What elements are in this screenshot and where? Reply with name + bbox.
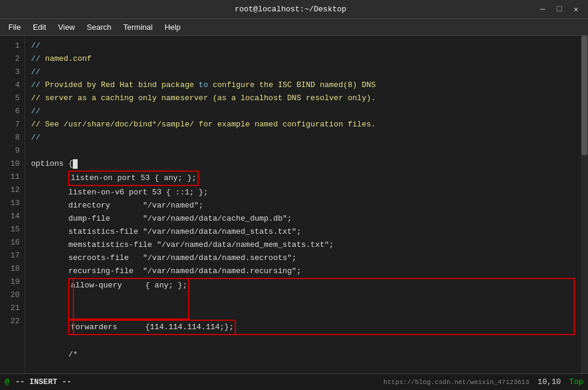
code-line-17: secroots-file "/var/named/data/named.sec… xyxy=(31,252,575,265)
menu-terminal[interactable]: Terminal xyxy=(119,21,158,33)
scrollbar[interactable] xyxy=(581,36,588,373)
code-content[interactable]: // // named.conf // // Provided by Red H… xyxy=(25,36,581,373)
code-line-15: statistics-file "/var/named/data/named_s… xyxy=(31,225,575,239)
maximize-button[interactable]: □ xyxy=(555,4,564,14)
code-line-11: listen-on port 53 { any; }; xyxy=(31,171,575,186)
window-title: root@localhost:~/Desktop xyxy=(43,5,538,14)
minimize-button[interactable]: — xyxy=(538,4,547,14)
menu-help[interactable]: Help xyxy=(160,21,186,33)
code-line-19: allow-query { any; }; xyxy=(31,278,575,320)
code-line-6: // xyxy=(31,105,575,118)
editor[interactable]: 12345 678910 1112131415 1617181920 2122 … xyxy=(0,36,588,373)
status-scroll: Top xyxy=(569,377,583,386)
status-at-symbol: @ xyxy=(5,377,10,386)
code-line-1: // xyxy=(31,39,575,52)
menu-search[interactable]: Search xyxy=(82,21,116,33)
code-line-16: memstatistics-file "/var/named/data/name… xyxy=(31,239,575,252)
code-line-20: forwarders {114.114.114.114;}; xyxy=(31,320,575,335)
title-bar: root@localhost:~/Desktop — □ ✕ xyxy=(0,0,588,19)
status-position: 10,10 xyxy=(538,377,561,386)
line-numbers: 12345 678910 1112131415 1617181920 2122 xyxy=(0,36,25,373)
close-button[interactable]: ✕ xyxy=(571,4,581,14)
code-line-22: /* xyxy=(31,348,575,361)
code-line-4: // Provided by Red Hat bind package to c… xyxy=(31,79,575,92)
code-line-3: // xyxy=(31,66,575,79)
status-mode: -- INSERT -- xyxy=(16,377,72,386)
code-line-18: recursing-file "/var/named/data/named.re… xyxy=(31,265,575,278)
status-url: https://blog.csdn.net/weixin_47123613 xyxy=(383,379,529,386)
code-line-21 xyxy=(31,335,575,348)
menu-view[interactable]: View xyxy=(53,21,79,33)
code-line-7: // See /usr/share/doc/bind*/sample/ for … xyxy=(31,118,575,131)
code-line-9 xyxy=(31,144,575,157)
code-line-5: // server as a caching only nameserver (… xyxy=(31,92,575,105)
menu-edit[interactable]: Edit xyxy=(28,21,51,33)
code-line-2: // named.conf xyxy=(31,52,575,66)
menu-file[interactable]: File xyxy=(4,21,26,33)
code-line-10: options { xyxy=(31,157,575,171)
code-line-13: directory "/var/named"; xyxy=(31,199,575,212)
scrollbar-thumb[interactable] xyxy=(581,36,587,155)
menu-bar: File Edit View Search Terminal Help xyxy=(0,19,588,36)
status-right: https://blog.csdn.net/weixin_47123613 10… xyxy=(383,377,583,386)
code-line-14: dump-file "/var/named/data/cache_dump.db… xyxy=(31,212,575,225)
code-line-12: listen-on-v6 port 53 { ::1; }; xyxy=(31,186,575,199)
code-line-8: // xyxy=(31,131,575,144)
window-controls[interactable]: — □ ✕ xyxy=(538,4,581,14)
status-bar: @ -- INSERT -- https://blog.csdn.net/wei… xyxy=(0,373,588,390)
status-left: @ -- INSERT -- xyxy=(5,377,71,386)
